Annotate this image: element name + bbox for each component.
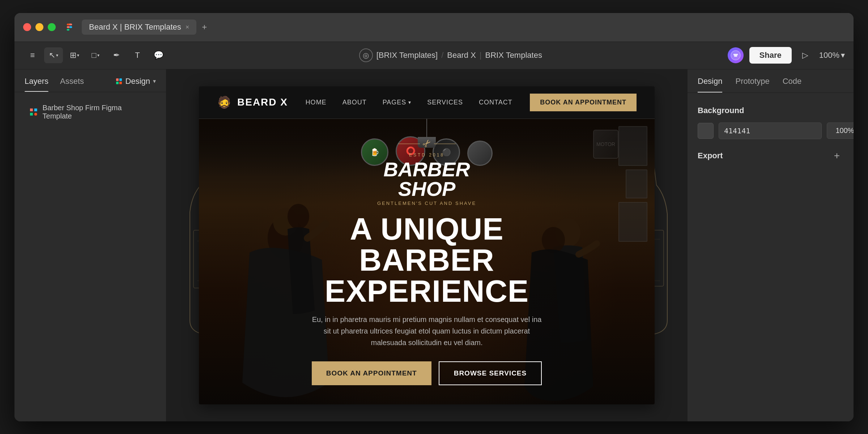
- tab-design[interactable]: Design: [698, 77, 722, 93]
- cursor-icon: ↖: [49, 51, 55, 60]
- text-tool-button[interactable]: T: [128, 47, 147, 63]
- canvas-area[interactable]: gine Gringo: [166, 69, 687, 421]
- present-button[interactable]: ▷: [797, 47, 813, 63]
- breadcrumb-separator2: |: [480, 51, 482, 60]
- background-color-row: 👁: [698, 123, 843, 139]
- hamburger-icon: ≡: [30, 51, 35, 60]
- figma-logo-icon[interactable]: [64, 22, 75, 32]
- tab-close-icon[interactable]: ×: [186, 23, 190, 31]
- breadcrumb-separator: /: [441, 51, 443, 60]
- tab-layers[interactable]: Layers: [25, 77, 48, 92]
- hero-badge-title: Barber Shop: [383, 160, 470, 198]
- nav-contact[interactable]: CONTACT: [479, 99, 512, 106]
- site-hero: 🍺 ⭕ ⚫: [199, 119, 655, 404]
- zoom-chevron-icon: ▾: [841, 51, 845, 60]
- close-button[interactable]: [23, 23, 31, 31]
- design-dropdown-label[interactable]: Design: [125, 77, 150, 86]
- frame-chevron-icon: ▾: [77, 53, 79, 58]
- background-color-input[interactable]: [719, 123, 822, 139]
- tab-prototype[interactable]: Prototype: [735, 77, 769, 93]
- collaborator-avatar: [728, 47, 744, 63]
- pen-tool-button[interactable]: ✒: [107, 47, 126, 63]
- text-tool-icon: T: [135, 51, 140, 60]
- frame-tool-button[interactable]: ⊞ ▾: [65, 47, 84, 63]
- app-window: Beard X | BRIX Templates × + ≡ ↖ ▾ ⊞ ▾ □…: [14, 13, 854, 421]
- right-panel-content: Background 👁 Export +: [688, 93, 854, 421]
- shop-text: Shop: [398, 177, 456, 200]
- tab-code[interactable]: Code: [783, 77, 802, 93]
- breadcrumb-org: [BRIX Templates]: [376, 51, 438, 60]
- breadcrumb-page[interactable]: BRIX Templates: [485, 51, 542, 60]
- main-content: Layers Assets Design ▾: [14, 69, 854, 421]
- minimize-button[interactable]: [35, 23, 43, 31]
- nav-pages[interactable]: PAGES ▾: [383, 99, 412, 106]
- right-panel: Design Prototype Code Background 👁: [687, 69, 854, 421]
- hero-subtitle: Eu, in in pharetra mauris mi pretium mag…: [311, 314, 542, 348]
- sidebar-content: Barber Shop Firm Figma Template: [14, 92, 166, 421]
- website-preview: 🧔 BEARD X HOME ABOUT PAGES ▾ SERVICES CO…: [199, 86, 655, 404]
- svg-rect-4: [119, 82, 122, 84]
- hero-content: ✂ ESTD 2018 Barber Shop GENTLEMEN'S CUT …: [282, 138, 571, 385]
- site-cta-button[interactable]: BOOK AN APPOINTMENT: [530, 94, 637, 111]
- hero-primary-button[interactable]: BOOK AN APPOINTMENT: [312, 361, 431, 385]
- toolbar: ≡ ↖ ▾ ⊞ ▾ □ ▾ ✒ T 💬: [14, 42, 854, 69]
- layer-item-label: Barber Shop Firm Figma Template: [43, 104, 151, 120]
- nav-about[interactable]: ABOUT: [342, 99, 367, 106]
- comment-tool-button[interactable]: 💬: [149, 47, 168, 63]
- nav-services[interactable]: SERVICES: [427, 99, 463, 106]
- site-logo: 🧔 BEARD X: [217, 95, 288, 109]
- breadcrumb-file[interactable]: Beard X: [447, 51, 476, 60]
- traffic-lights: [23, 23, 56, 31]
- background-opacity-input[interactable]: [827, 123, 854, 139]
- export-section-header: Export: [698, 151, 723, 160]
- zoom-value: 100%: [819, 51, 839, 60]
- tab-title: Beard X | BRIX Templates: [89, 22, 181, 32]
- hero-title: A UNIQUE BARBER EXPERIENCE: [297, 213, 557, 306]
- hamburger-menu-button[interactable]: ≡: [23, 47, 42, 63]
- toolbar-left-tools: ≡ ↖ ▾ ⊞ ▾ □ ▾ ✒ T 💬: [23, 47, 168, 63]
- share-button[interactable]: Share: [749, 47, 792, 64]
- toolbar-center: ◎ [BRIX Templates] / Beard X | BRIX Temp…: [176, 48, 725, 62]
- logo-mustache-icon: 🧔: [217, 95, 232, 109]
- nav-home[interactable]: HOME: [306, 99, 327, 106]
- tab-assets[interactable]: Assets: [60, 77, 84, 92]
- shape-chevron-icon: ▾: [97, 53, 99, 58]
- motor-oil-decoration: MOTOR: [593, 130, 618, 159]
- svg-point-8: [34, 112, 37, 115]
- tool-chevron-icon: ▾: [56, 53, 58, 58]
- design-plugin-icon: [115, 78, 123, 85]
- breadcrumb: ◎ [BRIX Templates] / Beard X | BRIX Temp…: [359, 48, 542, 62]
- background-section-header: Background: [698, 106, 843, 115]
- right-panel-tab-bar: Design Prototype Code: [688, 69, 854, 93]
- user-avatar-icon: ◎: [359, 48, 373, 62]
- frame-icon: ⊞: [70, 51, 76, 60]
- new-tab-button[interactable]: +: [198, 21, 211, 34]
- site-nav-links: HOME ABOUT PAGES ▾ SERVICES CONTACT: [306, 99, 512, 106]
- left-sidebar: Layers Assets Design ▾: [14, 69, 166, 421]
- export-section-row: Export +: [698, 149, 843, 162]
- figma-collab-icon: [731, 50, 741, 60]
- export-add-button[interactable]: +: [830, 149, 843, 162]
- shape-icon: □: [92, 51, 96, 60]
- hero-badge-estd: ESTD 2018: [409, 152, 444, 158]
- select-tool-button[interactable]: ↖ ▾: [44, 47, 63, 63]
- maximize-button[interactable]: [48, 23, 56, 31]
- svg-rect-3: [116, 82, 119, 84]
- sidebar-tab-bar: Layers Assets Design ▾: [14, 69, 166, 92]
- hero-title-line2: EXPERIENCE: [325, 274, 529, 308]
- layer-item-barber-shop[interactable]: Barber Shop Firm Figma Template: [25, 99, 156, 125]
- pen-icon: ✒: [113, 51, 120, 60]
- active-tab[interactable]: Beard X | BRIX Templates ×: [82, 20, 196, 35]
- shape-tool-button[interactable]: □ ▾: [86, 47, 105, 63]
- title-bar: Beard X | BRIX Templates × +: [14, 13, 854, 42]
- scissors-decoration: ✂: [398, 138, 456, 150]
- hero-badge: ✂ ESTD 2018 Barber Shop GENTLEMEN'S CUT …: [297, 138, 557, 206]
- design-dropdown-chevron: ▾: [153, 78, 156, 85]
- svg-rect-1: [116, 78, 119, 81]
- hero-buttons: BOOK AN APPOINTMENT BROWSE SERVICES: [297, 361, 557, 385]
- hero-secondary-button[interactable]: BROWSE SERVICES: [439, 361, 542, 385]
- toolbar-right: Share ▷ 100% ▾: [728, 47, 845, 64]
- background-color-swatch[interactable]: [698, 123, 714, 139]
- site-navbar: 🧔 BEARD X HOME ABOUT PAGES ▾ SERVICES CO…: [199, 86, 655, 119]
- zoom-control[interactable]: 100% ▾: [819, 51, 845, 60]
